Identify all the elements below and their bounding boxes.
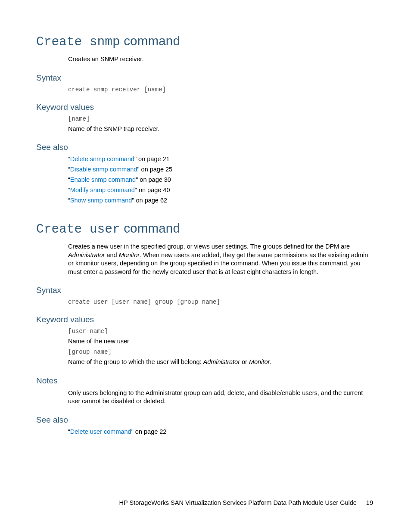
sec1-seealso-block: “Delete snmp command" on page 21 “Disabl… <box>68 156 373 204</box>
sec1-syntax-code: create snmp receiver [name] <box>68 86 373 93</box>
t: Name of the group to which the user will… <box>68 358 203 365</box>
footer-text: HP StorageWorks SAN Virtualization Servi… <box>119 499 357 506</box>
sec2-kv1-param: [user name] <box>68 328 373 335</box>
seealso-item: “Delete user command" on page 22 <box>68 428 373 435</box>
em: Administrator <box>203 358 240 365</box>
sec2-kv1-desc: Name of the new user <box>68 337 373 346</box>
page-footer: HP StorageWorks SAN Virtualization Servi… <box>119 499 373 506</box>
sec1-desc: Creates an SNMP receiver. <box>68 55 373 64</box>
sec1-kv-param: [name] <box>68 115 373 122</box>
sec1-kv-desc: Name of the SNMP trap receiver. <box>68 125 373 134</box>
t: or <box>240 358 249 365</box>
heading-mono: Create user <box>36 222 120 236</box>
sec2-syntax-block: create user [user name] group [group nam… <box>68 299 373 305</box>
sec1-syntax-block: create snmp receiver [name] <box>68 86 373 93</box>
seealso-tail: " on page 40 <box>135 187 170 193</box>
t: . <box>270 358 271 365</box>
sec2-kv2-desc: Name of the group to which the user will… <box>68 358 373 367</box>
sec2-kv-block: [user name] Name of the new user [group … <box>68 328 373 366</box>
em: Monitor <box>119 252 140 258</box>
seealso-tail: " on page 21 <box>134 156 170 162</box>
em: Monitor <box>249 358 270 365</box>
sec1-syntax-heading: Syntax <box>36 73 373 83</box>
sec2-desc: Creates a new user in the specified grou… <box>68 243 373 276</box>
sec2-body: Creates a new user in the specified grou… <box>68 243 373 276</box>
seealso-tail: " on page 25 <box>137 166 172 173</box>
seealso-item: “Modify snmp command" on page 40 <box>68 187 373 193</box>
seealso-link[interactable]: Delete user command <box>70 428 131 435</box>
sec2-syntax-heading: Syntax <box>36 286 373 295</box>
seealso-item: “Disable snmp command" on page 25 <box>68 166 373 173</box>
t: Creates a new user in the specified grou… <box>68 243 350 250</box>
seealso-link[interactable]: Show snmp command <box>70 197 132 204</box>
seealso-link[interactable]: Modify snmp command <box>70 187 135 193</box>
seealso-item: “Delete snmp command" on page 21 <box>68 156 373 162</box>
sec1-kv-heading: Keyword values <box>36 103 373 112</box>
seealso-link[interactable]: Delete snmp command <box>70 156 134 162</box>
page-content: Create snmp command Creates an SNMP rece… <box>0 0 411 435</box>
heading-rest: command <box>120 221 180 235</box>
t: and <box>105 252 118 258</box>
sec2-kv-heading: Keyword values <box>36 315 373 324</box>
sec2-notes-heading: Notes <box>36 376 373 386</box>
page-number: 19 <box>366 499 373 506</box>
seealso-tail: " on page 22 <box>131 428 167 435</box>
sec2-notes-block: Only users belonging to the Administrato… <box>68 389 373 406</box>
seealso-link[interactable]: Disable snmp command <box>70 166 137 173</box>
seealso-tail: " on page 30 <box>136 176 171 183</box>
seealso-item: “Show snmp command" on page 62 <box>68 197 373 204</box>
sec2-kv2-param: [group name] <box>68 348 373 355</box>
seealso-item: “Enable snmp command" on page 30 <box>68 176 373 183</box>
sec1-body: Creates an SNMP receiver. <box>68 55 373 64</box>
sec1-kv-block: [name] Name of the SNMP trap receiver. <box>68 115 373 134</box>
seealso-tail: " on page 62 <box>132 197 167 204</box>
sec2-seealso-heading: See also <box>36 415 373 425</box>
sec1-seealso-heading: See also <box>36 143 373 152</box>
heading-mono: Create snmp <box>36 34 120 49</box>
heading-rest: command <box>120 34 180 48</box>
em: Administrator <box>68 252 105 258</box>
heading-create-user: Create user command <box>36 221 373 236</box>
seealso-link[interactable]: Enable snmp command <box>70 176 136 183</box>
sec2-seealso-block: “Delete user command" on page 22 <box>68 428 373 435</box>
sec2-syntax-code: create user [user name] group [group nam… <box>68 299 373 305</box>
heading-create-snmp: Create snmp command <box>36 34 373 49</box>
sec2-notes-text: Only users belonging to the Administrato… <box>68 389 373 406</box>
